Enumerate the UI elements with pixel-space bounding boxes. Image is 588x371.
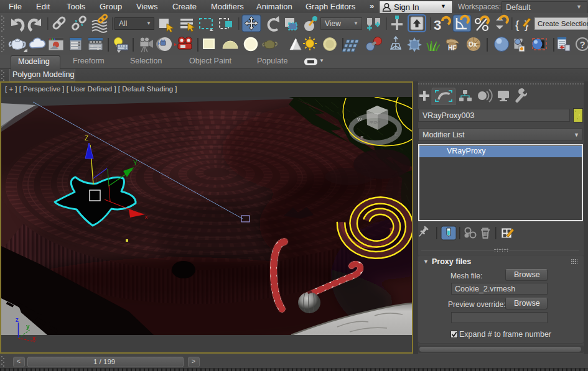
svg-text:E: E bbox=[394, 131, 398, 137]
svg-text:3: 3 bbox=[434, 17, 441, 33]
svg-text:W: W bbox=[357, 117, 362, 122]
svg-text:x: x bbox=[145, 214, 148, 220]
svg-text:z: z bbox=[16, 316, 19, 323]
svg-text:Y: Y bbox=[133, 160, 138, 167]
svg-text:?: ? bbox=[580, 39, 586, 50]
svg-text:FRONT: FRONT bbox=[370, 121, 380, 124]
svg-text:y: y bbox=[26, 323, 30, 330]
svg-text:HF: HF bbox=[448, 45, 456, 52]
svg-text:x: x bbox=[32, 335, 36, 342]
svg-text:{: { bbox=[515, 18, 520, 31]
svg-text:Z: Z bbox=[85, 135, 88, 142]
svg-text:Ox: Ox bbox=[469, 41, 477, 48]
svg-text:S: S bbox=[360, 135, 363, 140]
